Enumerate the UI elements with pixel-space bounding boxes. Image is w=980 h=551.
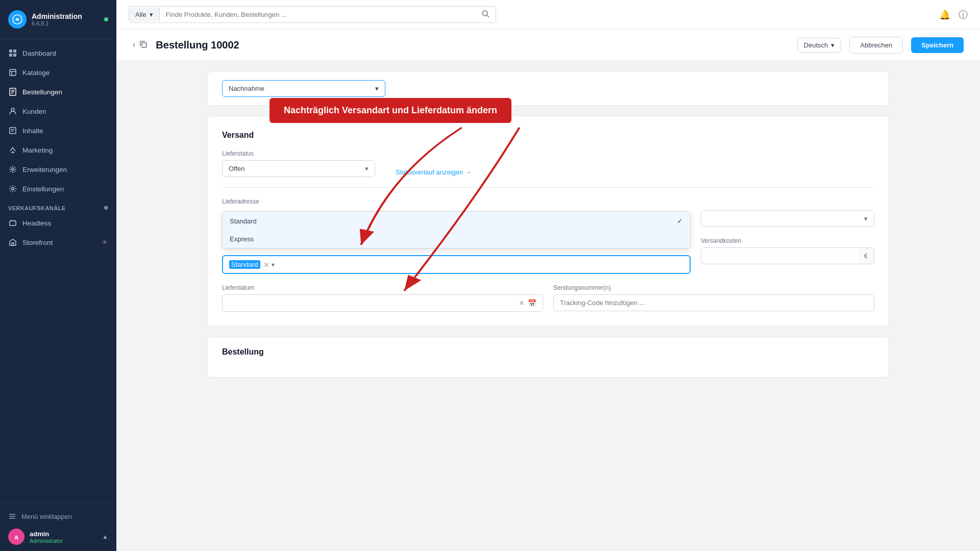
versand-section-title: Versand <box>222 131 874 140</box>
sidebar-label-einstellungen: Einstellungen <box>22 185 64 193</box>
nachnahme-field[interactable]: Nachnahme ▾ <box>222 80 385 97</box>
sidebar-item-inhalte[interactable]: Inhalte <box>0 121 116 140</box>
express-option-label: Express <box>230 235 254 243</box>
search-filter-button[interactable]: Alle ▾ <box>129 8 160 21</box>
svg-point-12 <box>11 108 14 111</box>
user-name: admin <box>30 530 63 538</box>
marketing-icon <box>8 145 17 155</box>
collapse-menu-button[interactable]: Menü einklappen <box>8 509 108 523</box>
app-version: 6.6.8.1 <box>32 20 82 27</box>
verkaufskanaele-section: Verkaufskanäle ⊕ <box>0 198 116 213</box>
nachnahme-label: Nachnahme <box>229 85 264 92</box>
search-filter-label: Alle <box>135 11 146 18</box>
sidebar-item-storefront[interactable]: Storefront 👁 <box>0 233 116 252</box>
lieferdatum-label: Lieferdatum <box>222 284 543 291</box>
versandart-clear-icon[interactable]: ✕ <box>263 261 270 269</box>
user-bar[interactable]: a admin Administrator ▲ <box>8 523 108 545</box>
versand-card: Versand Lieferstatus Offen ▾ Statusverla… <box>207 116 889 327</box>
lieferstatus-value: Offen <box>229 165 245 172</box>
versandkosten-input[interactable]: 0.00 <box>701 247 858 264</box>
bestellung-section: Bestellung <box>207 337 889 378</box>
sidebar-label-kunden: Kunden <box>22 108 46 115</box>
storefront-eye-icon: 👁 <box>102 239 108 246</box>
versandart-option-express[interactable]: Express <box>223 230 690 248</box>
svg-rect-5 <box>10 69 16 76</box>
user-role: Administrator <box>30 538 63 544</box>
svg-rect-13 <box>10 128 16 134</box>
app-title: Administration <box>32 12 82 20</box>
sidebar-item-kunden[interactable]: Kunden <box>0 102 116 121</box>
versandart-option-standard[interactable]: Standard ✓ <box>223 212 690 230</box>
save-button[interactable]: Speichern <box>911 37 964 53</box>
status-dot <box>104 17 108 21</box>
copy-icon[interactable] <box>139 40 148 51</box>
versandkosten-unit: € <box>858 247 874 264</box>
sidebar-label-marketing: Marketing <box>22 146 53 154</box>
sidebar-item-marketing[interactable]: Marketing <box>0 140 116 160</box>
language-value: Deutsch <box>804 41 828 49</box>
lieferdatum-clear-icon[interactable]: ✕ <box>519 299 525 307</box>
sidebar-label-inhalte: Inhalte <box>22 127 43 135</box>
lieferdatum-input[interactable]: 2024-12-05 ✕ 📅 <box>222 294 543 312</box>
divider <box>222 187 874 188</box>
sidebar: Administration 6.6.8.1 Dashboard <box>0 0 116 551</box>
statusverlauf-link[interactable]: Statusverlauf anzeigen → <box>396 168 472 176</box>
lieferadresse-label: Lieferadresse <box>222 198 874 205</box>
content-area: Nachträglich Versandart und Lieferdatum … <box>116 61 980 551</box>
bestellung-section-title: Bestellung <box>222 347 874 357</box>
sidebar-item-bestellungen[interactable]: Bestellungen <box>0 82 116 102</box>
language-selector[interactable]: Deutsch ▾ <box>797 38 842 53</box>
lieferstatus-col: Lieferstatus Offen ▾ <box>222 150 375 177</box>
add-channel-icon[interactable]: ⊕ <box>104 205 108 211</box>
svg-rect-4 <box>13 54 16 57</box>
lieferadresse-right-select[interactable]: ▾ <box>701 210 874 227</box>
versandart-dropdown-menu: Standard ✓ Express <box>222 211 691 248</box>
user-chevron-icon: ▲ <box>102 533 108 540</box>
lieferdatum-row: Lieferdatum 2024-12-05 ✕ 📅 Sendungsnumme… <box>222 284 874 312</box>
help-icon[interactable]: ⓘ <box>959 9 968 21</box>
sidebar-title-block: Administration 6.6.8.1 <box>32 12 82 27</box>
lieferdatum-value[interactable]: 2024-12-05 <box>229 299 516 307</box>
sendungsnummer-value[interactable] <box>560 299 868 307</box>
search-filter-chevron: ▾ <box>150 11 153 18</box>
sidebar-nav: Dashboard Kataloge Bestellu <box>0 39 116 503</box>
lieferstatus-row: Lieferstatus Offen ▾ Statusverlauf anzei… <box>222 150 874 177</box>
search-button[interactable] <box>475 7 496 22</box>
sendungsnummer-col: Sendungsnummer(n) <box>553 284 874 312</box>
lieferdatum-col: Lieferdatum 2024-12-05 ✕ 📅 <box>222 284 543 312</box>
notifications-icon[interactable]: 🔔 <box>939 9 950 20</box>
back-icon[interactable]: ‹ <box>133 40 135 51</box>
calendar-icon[interactable]: 📅 <box>528 299 536 307</box>
collapse-label: Menü einklappen <box>21 513 72 520</box>
svg-rect-20 <box>10 221 16 226</box>
sidebar-item-erweiterungen[interactable]: Erweiterungen <box>0 160 116 179</box>
versandkosten-label: Versandkosten <box>701 237 874 244</box>
topbar-icons: 🔔 ⓘ <box>939 9 968 21</box>
orders-icon <box>8 87 17 96</box>
versandart-input[interactable]: Standard ✕ ▾ <box>222 255 691 274</box>
versandart-row: Standard ✓ Express Stand <box>222 210 874 274</box>
user-info: admin Administrator <box>30 530 63 544</box>
statusverlauf-link-col: Statusverlauf anzeigen → <box>396 168 472 177</box>
catalog-icon <box>8 68 17 77</box>
search-wrapper: Alle ▾ <box>129 6 496 23</box>
sendungsnummer-input[interactable] <box>553 294 874 311</box>
page-nav-icons: ‹ <box>133 40 148 51</box>
versandkosten-row: 0.00 € <box>701 247 874 264</box>
svg-point-19 <box>12 188 14 190</box>
svg-rect-23 <box>12 243 14 245</box>
lieferstatus-label: Lieferstatus <box>222 150 375 157</box>
topbar: Alle ▾ 🔔 ⓘ <box>116 0 980 30</box>
cancel-button[interactable]: Abbrechen <box>849 37 903 54</box>
sidebar-item-einstellungen[interactable]: Einstellungen <box>0 179 116 198</box>
sidebar-item-dashboard[interactable]: Dashboard <box>0 43 116 63</box>
versandkosten-value[interactable]: 0.00 <box>707 252 852 260</box>
lieferstatus-select[interactable]: Offen ▾ <box>222 160 375 177</box>
sidebar-item-headless[interactable]: Headless <box>0 213 116 233</box>
collapse-icon <box>8 512 16 520</box>
content-icon <box>8 126 17 135</box>
svg-line-28 <box>487 15 489 17</box>
search-input[interactable] <box>160 8 475 21</box>
sidebar-item-kataloge[interactable]: Kataloge <box>0 63 116 82</box>
page-title: Bestellung 10002 <box>156 39 789 51</box>
